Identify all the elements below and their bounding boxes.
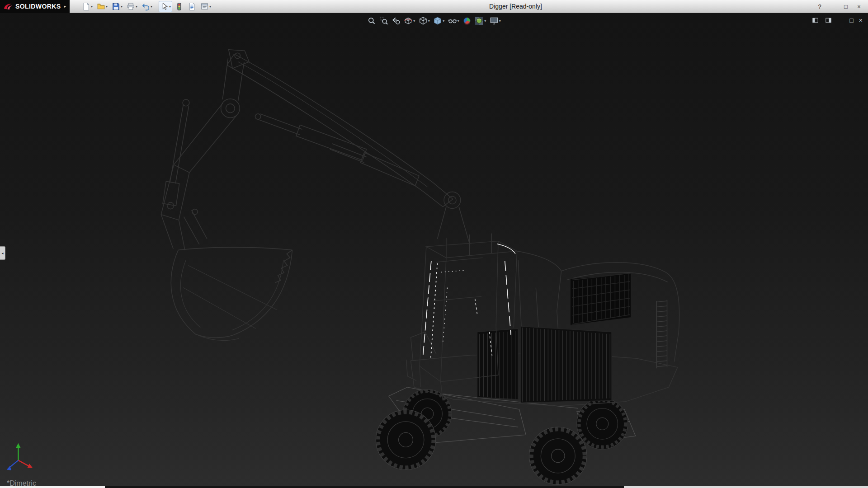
view-settings-dropdown-icon[interactable]: ▾ <box>499 19 501 23</box>
pane-left-button[interactable] <box>811 17 819 23</box>
pane-left-icon <box>811 17 819 23</box>
view-orientation-button[interactable]: ▾ <box>417 16 431 26</box>
triad-y-arrowhead <box>16 443 21 448</box>
document-window-controls: — □ × <box>811 17 863 23</box>
print-icon <box>127 2 135 11</box>
display-style-icon <box>433 16 442 25</box>
menu-expand-icon[interactable]: ▸ <box>64 4 66 9</box>
options-dropdown-icon[interactable]: ▾ <box>209 5 211 9</box>
triad-z-axis <box>9 460 19 468</box>
boom-arm <box>161 50 469 250</box>
open-button[interactable]: ▾ <box>95 1 109 12</box>
bottom-edge-strip <box>0 486 868 488</box>
select-button[interactable]: ▾ <box>159 1 172 12</box>
bottom-strip-right <box>624 486 868 488</box>
save-dropdown-icon[interactable]: ▾ <box>121 5 123 9</box>
select-dropdown-icon[interactable]: ▾ <box>169 5 171 9</box>
save-button[interactable]: ▾ <box>110 1 124 12</box>
print-dropdown-icon[interactable]: ▾ <box>136 5 137 9</box>
pane-right-icon <box>825 17 832 23</box>
options-icon <box>200 2 209 11</box>
section-view-icon <box>404 16 413 25</box>
hide-show-items-dropdown-icon[interactable]: ▾ <box>458 19 460 23</box>
document-restore-button[interactable]: □ <box>849 17 853 23</box>
feature-manager-collapsed-tab[interactable]: ◂ <box>0 246 5 260</box>
new-document-dropdown-icon[interactable]: ▾ <box>91 5 93 9</box>
window-controls: ? – □ × <box>816 0 868 13</box>
new-document-icon <box>82 2 90 11</box>
solidworks-menu-button[interactable]: SOLIDWORKS ▸ <box>0 0 70 13</box>
save-icon <box>112 2 120 11</box>
edit-appearance-button[interactable] <box>462 16 472 26</box>
zoom-to-area-button[interactable] <box>378 16 389 26</box>
digger-wireframe-model[interactable] <box>0 13 868 486</box>
triad-x-axis <box>18 460 29 466</box>
quick-access-toolbar: ▾ ▾ ▾ ▾ <box>80 1 214 12</box>
view-settings-icon <box>490 16 499 25</box>
edit-appearance-icon <box>462 16 472 25</box>
view-settings-button[interactable]: ▾ <box>489 16 502 26</box>
view-orientation-icon <box>418 16 427 25</box>
excavator-body <box>406 233 679 406</box>
apply-scene-icon <box>475 16 484 25</box>
undo-button[interactable]: ▾ <box>140 1 154 12</box>
heads-up-view-toolbar: ▾ ▾ ▾ ▾ <box>366 16 502 26</box>
graphics-viewport[interactable]: ▾ ▾ ▾ ▾ <box>0 13 868 486</box>
rebuild-button[interactable] <box>174 1 185 12</box>
help-button[interactable]: ? <box>816 0 823 13</box>
zoom-to-fit-button[interactable] <box>366 16 377 26</box>
file-properties-icon <box>188 2 196 11</box>
minimize-button[interactable]: – <box>829 0 836 13</box>
close-button[interactable]: × <box>855 0 863 13</box>
bottom-strip-middle <box>105 486 624 488</box>
undo-icon <box>142 2 150 11</box>
file-properties-button[interactable] <box>186 1 198 12</box>
rebuild-traffic-light-icon <box>175 2 184 11</box>
section-view-button[interactable]: ▾ <box>403 16 416 26</box>
apply-scene-dropdown-icon[interactable]: ▾ <box>484 19 486 23</box>
options-button[interactable]: ▾ <box>199 1 212 12</box>
new-document-button[interactable]: ▾ <box>80 1 94 12</box>
undo-dropdown-icon[interactable]: ▾ <box>151 5 152 9</box>
print-button[interactable]: ▾ <box>125 1 139 12</box>
zoom-to-fit-icon <box>367 16 376 25</box>
orientation-triad <box>7 443 33 470</box>
view-orientation-label: *Dimetric <box>7 479 36 486</box>
3ds-logo-icon <box>3 2 14 10</box>
brand-name: SOLIDWORKS <box>15 3 61 10</box>
document-minimize-button[interactable]: — <box>838 17 844 23</box>
open-dropdown-icon[interactable]: ▾ <box>106 5 108 9</box>
apply-scene-button[interactable]: ▾ <box>474 16 487 26</box>
section-view-dropdown-icon[interactable]: ▾ <box>413 19 415 23</box>
hide-show-items-button[interactable]: ▾ <box>447 16 461 26</box>
pane-right-button[interactable] <box>825 17 832 23</box>
bottom-strip-left <box>0 486 105 488</box>
display-style-button[interactable]: ▾ <box>432 16 446 26</box>
view-orientation-dropdown-icon[interactable]: ▾ <box>428 19 430 23</box>
display-style-dropdown-icon[interactable]: ▾ <box>443 19 445 23</box>
titlebar: SOLIDWORKS ▸ ▾ ▾ ▾ <box>0 0 868 13</box>
bucket <box>171 247 292 340</box>
previous-view-icon <box>392 16 401 25</box>
hide-show-items-icon <box>448 16 457 25</box>
zoom-to-area-icon <box>379 16 388 25</box>
document-close-button[interactable]: × <box>859 17 863 23</box>
select-cursor-icon <box>160 2 169 11</box>
open-icon <box>97 2 105 11</box>
panel-collapse-icon: ◂ <box>1 251 3 255</box>
maximize-button[interactable]: □ <box>842 0 849 13</box>
window-title: Digger [Read-only] <box>489 3 542 10</box>
previous-view-button[interactable] <box>391 16 401 26</box>
